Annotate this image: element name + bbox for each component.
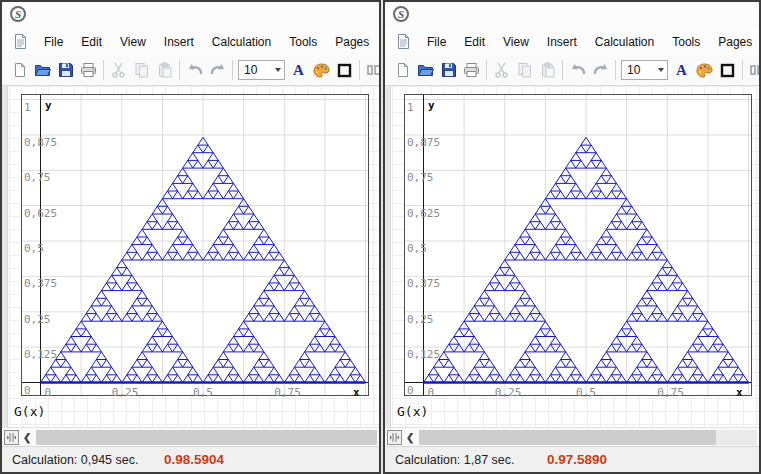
font-size-combobox[interactable]: 10: [238, 60, 285, 80]
menu-pages[interactable]: Pages: [326, 32, 378, 52]
x-tick-label: 0,75: [657, 386, 684, 399]
x-tick-label: 0,75: [274, 386, 301, 399]
palette-button[interactable]: [693, 59, 716, 82]
horizontal-scrollbar: ❮: [2, 427, 379, 446]
splitter-icon[interactable]: [387, 430, 402, 445]
menu-file[interactable]: File: [35, 32, 72, 52]
y-tick-label: 0,5: [24, 242, 44, 255]
font-size-value: 10: [244, 63, 257, 77]
open-file-button[interactable]: [31, 59, 54, 82]
y-tick-label: 0,625: [24, 207, 57, 220]
print-button[interactable]: [77, 59, 100, 82]
y-tick-label: 0: [24, 384, 31, 397]
sierpinski-plot[interactable]: 10,8750,750,6250,50,3750,250,125000,250,…: [21, 94, 369, 396]
border-button[interactable]: [716, 59, 739, 82]
redo-button[interactable]: [589, 59, 612, 82]
menu-view[interactable]: View: [494, 32, 538, 52]
font-color-button[interactable]: A: [670, 59, 693, 82]
menu-edit[interactable]: Edit: [455, 32, 494, 52]
plot-caption: G(x): [14, 404, 45, 419]
new-document-button[interactable]: [8, 59, 31, 82]
copy-button[interactable]: [130, 59, 153, 82]
menu-insert[interactable]: Insert: [155, 32, 203, 52]
undo-button[interactable]: [566, 59, 589, 82]
toolbar-separator: [103, 60, 104, 80]
document-icon[interactable]: [14, 34, 27, 49]
scrollbar-track[interactable]: [419, 430, 757, 445]
x-tick-label: 0,5: [576, 386, 596, 399]
print-button[interactable]: [460, 59, 483, 82]
clipped-toolbar-button[interactable]: [363, 59, 379, 82]
smath-window-left[interactable]: S SMath Studio Desktop - [Tr File Edit V…: [0, 0, 381, 474]
chevron-down-icon[interactable]: [658, 68, 664, 72]
y-tick-label: 0,875: [407, 136, 440, 149]
chevron-down-icon[interactable]: [275, 68, 281, 72]
save-button[interactable]: [437, 59, 460, 82]
open-file-button[interactable]: [414, 59, 437, 82]
calculation-time: Calculation: 0,945 sec.: [12, 453, 138, 467]
paste-button[interactable]: [536, 59, 559, 82]
palette-button[interactable]: [310, 59, 333, 82]
menu-insert[interactable]: Insert: [538, 32, 586, 52]
border-button[interactable]: [333, 59, 356, 82]
smath-window-right[interactable]: S SMath Studio Desktop - [Treugolnik+Se …: [383, 0, 761, 474]
worksheet[interactable]: 10,8750,750,6250,50,3750,250,125000,250,…: [2, 86, 379, 427]
toolbar-separator: [562, 60, 563, 80]
document-icon[interactable]: [397, 34, 410, 49]
statusbar: Calculation: 1,87 sec. 0.97.5890: [385, 446, 759, 472]
x-axis-label: x: [736, 386, 743, 399]
plot-caption: G(x): [397, 404, 428, 419]
horizontal-scrollbar: ❮: [385, 427, 759, 446]
y-tick-label: 0,75: [407, 171, 434, 184]
menu-edit[interactable]: Edit: [72, 32, 111, 52]
scroll-left-arrow-icon[interactable]: ❮: [23, 432, 31, 443]
clipped-toolbar-button[interactable]: [746, 59, 759, 82]
splitter-icon[interactable]: [4, 430, 19, 445]
plot-canvas: [21, 94, 369, 396]
collapsed-side-panel[interactable]: [2, 86, 8, 427]
menu-tools[interactable]: Tools: [663, 32, 709, 52]
toolbar-separator: [359, 60, 360, 80]
titlebar[interactable]: S SMath Studio Desktop - [Treugolnik+Se: [385, 2, 759, 28]
statusbar: Calculation: 0,945 sec. 0.98.5904: [2, 446, 379, 472]
calculation-time: Calculation: 1,87 sec.: [395, 453, 515, 467]
menu-calculation[interactable]: Calculation: [586, 32, 663, 52]
y-tick-label: 0,125: [24, 348, 57, 361]
undo-button[interactable]: [183, 59, 206, 82]
scrollbar-track[interactable]: [36, 430, 377, 445]
y-tick-label: 0,375: [407, 277, 440, 290]
menu-file[interactable]: File: [418, 32, 455, 52]
menu-calculation[interactable]: Calculation: [203, 32, 280, 52]
y-tick-label: 0,75: [24, 171, 51, 184]
font-size-combobox[interactable]: 10: [621, 60, 668, 80]
smath-logo-icon: S: [393, 6, 409, 22]
paste-button[interactable]: [153, 59, 176, 82]
save-button[interactable]: [54, 59, 77, 82]
smath-logo-icon: S: [10, 6, 26, 22]
menu-tools[interactable]: Tools: [280, 32, 326, 52]
version-number: 0.97.5890: [547, 452, 607, 467]
copy-button[interactable]: [513, 59, 536, 82]
cut-button[interactable]: [490, 59, 513, 82]
scrollbar-thumb[interactable]: [36, 430, 377, 445]
x-tick-label: 0: [428, 386, 435, 399]
worksheet[interactable]: 10,8750,750,6250,50,3750,250,125000,250,…: [385, 86, 759, 427]
cut-button[interactable]: [107, 59, 130, 82]
toolbar: 10 A: [385, 55, 759, 86]
font-color-button[interactable]: A: [287, 59, 310, 82]
collapsed-side-panel[interactable]: [385, 86, 391, 427]
sierpinski-plot[interactable]: 10,8750,750,6250,50,3750,250,125000,250,…: [404, 94, 752, 396]
font-size-value: 10: [627, 63, 640, 77]
titlebar[interactable]: S SMath Studio Desktop - [Tr: [2, 2, 379, 28]
redo-button[interactable]: [206, 59, 229, 82]
y-tick-label: 1: [24, 101, 31, 114]
scroll-left-arrow-icon[interactable]: ❮: [406, 432, 414, 443]
y-tick-label: 0,25: [407, 313, 434, 326]
menubar: File Edit View Insert Calculation Tools …: [2, 28, 379, 55]
new-document-button[interactable]: [391, 59, 414, 82]
scrollbar-thumb[interactable]: [419, 430, 716, 445]
menu-pages[interactable]: Pages: [709, 32, 761, 52]
x-axis-label: x: [353, 386, 360, 399]
x-tick-label: 0,25: [495, 386, 522, 399]
menu-view[interactable]: View: [111, 32, 155, 52]
